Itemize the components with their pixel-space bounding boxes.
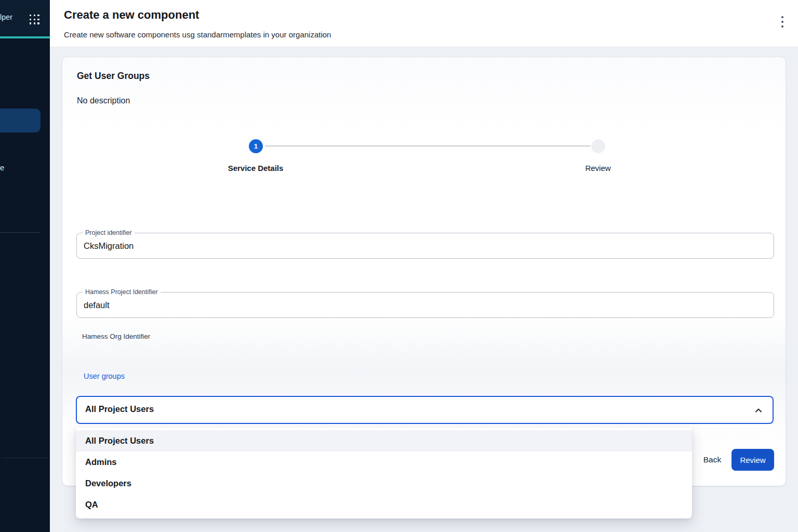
project-identifier-field: Project identifier [76,233,774,259]
harness-org-identifier-label: Hamess Org Identifier [82,332,150,340]
dropdown-option-qa[interactable]: QA [76,494,692,515]
sidebar-divider [2,458,48,458]
harness-project-identifier-input[interactable] [84,293,764,317]
kebab-menu-icon[interactable] [778,15,787,29]
sidebar-item-label-partial[interactable]: e [0,163,4,172]
template-heading: Get User Groups [77,71,150,82]
sidebar-item-selected[interactable] [0,109,41,132]
chevron-up-icon [754,406,763,415]
step-label-service-details: Service Details [204,164,308,172]
dropdown-option-admins[interactable]: Admins [76,451,692,473]
step-number: 1 [254,142,258,150]
page-header: Create a new component Create new softwa… [50,0,798,47]
user-groups-dropdown: All Project Users Admins Developers QA [76,428,692,518]
sidebar-divider [0,232,41,233]
template-description: No description [77,96,130,105]
sidebar: lper e [0,0,50,532]
step-label-review: Review [546,164,650,172]
dropdown-option-developers[interactable]: Developers [76,473,692,494]
apps-grid-icon[interactable] [30,15,39,24]
page-subtitle: Create new software components usg stand… [64,30,331,39]
sidebar-header: lper [0,0,50,37]
step-circle-review[interactable] [591,139,605,153]
user-groups-select[interactable]: All Project Users [76,396,774,424]
template-card: Get User Groups No description 1 Service… [62,57,786,486]
user-groups-link[interactable]: User groups [84,372,125,380]
step-circle-service-details[interactable]: 1 [249,139,263,153]
user-groups-select-value: All Project Users [85,404,154,414]
project-identifier-input[interactable] [84,234,764,258]
sidebar-accent-bar [0,36,50,38]
harness-project-identifier-field: Hamess Project Identifier [76,292,774,318]
sidebar-app-name-partial: lper [0,13,12,21]
review-button[interactable]: Review [732,449,774,471]
stepper-connector-line [265,145,590,147]
page: lper e Create a new component Create new… [0,0,798,532]
back-button[interactable]: Back [695,449,729,471]
page-title: Create a new component [64,8,199,22]
dropdown-option-all-project-users[interactable]: All Project Users [76,430,692,451]
